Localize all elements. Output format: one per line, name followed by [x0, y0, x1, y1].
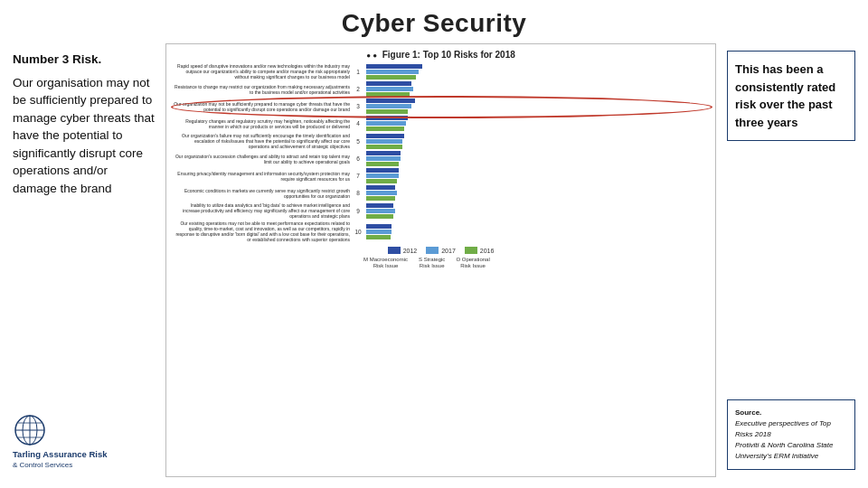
bars-container — [366, 151, 708, 166]
company-logo: Tarling Assurance Risk & Control Service… — [13, 413, 155, 470]
risk-label: Number 3 Risk. — [13, 51, 155, 69]
row-number: 3 — [353, 103, 363, 109]
bar-group — [366, 209, 708, 213]
source-box: Source. Executive perspectives of Top Ri… — [727, 399, 855, 470]
bar-group — [366, 168, 708, 173]
bar-2012 — [366, 203, 393, 208]
bar-group — [366, 224, 708, 229]
callout-box: This has been a consistently rated risk … — [727, 51, 855, 141]
row-number: 6 — [353, 155, 363, 162]
row-number: 5 — [353, 138, 363, 145]
bar-2017 — [366, 230, 392, 234]
bar-group — [366, 203, 708, 208]
legend-swatch — [388, 247, 401, 254]
chart-title: ● ● Figure 1: Top 10 Risks for 2018 — [174, 50, 708, 60]
bar-group — [366, 99, 708, 103]
row-number: 1 — [353, 69, 363, 75]
bar-group — [366, 70, 708, 74]
chart-row: Our organization may not be sufficiently… — [174, 99, 708, 114]
bar-2012 — [366, 64, 422, 69]
bar-2016 — [366, 196, 395, 201]
row-number: 2 — [353, 86, 363, 92]
globe-icon — [13, 413, 47, 447]
chart-row: Ensuring privacy/identity management and… — [174, 168, 708, 183]
chart-row: Regulatory changes and regulatory scruti… — [174, 116, 708, 131]
bar-2016 — [366, 235, 391, 239]
legend-item: 2017 — [426, 247, 456, 254]
bar-group — [366, 185, 708, 190]
legend-item: 2012 — [388, 247, 418, 254]
bar-2012 — [366, 116, 408, 120]
row-number: 9 — [353, 208, 363, 214]
bar-group — [366, 109, 708, 114]
row-number: 8 — [353, 190, 363, 196]
bar-2016 — [366, 145, 402, 149]
bar-group — [366, 75, 708, 80]
bar-2016 — [366, 109, 408, 114]
bar-group — [366, 230, 708, 234]
row-number: 4 — [353, 120, 363, 127]
bars-container — [366, 203, 708, 219]
cat-operational: O OperationalRisk Issue — [456, 257, 489, 269]
bar-2016 — [366, 75, 416, 80]
bar-2017 — [366, 139, 402, 144]
legend-swatch — [465, 247, 477, 254]
bar-2017 — [366, 174, 399, 178]
right-panel: This has been a consistently rated risk … — [723, 43, 859, 477]
bars-container — [366, 224, 708, 239]
bars-container — [366, 99, 708, 114]
bar-group — [366, 116, 708, 120]
bar-2017 — [366, 87, 413, 91]
source-title: Source. — [735, 408, 761, 417]
bar-group — [366, 127, 708, 131]
bar-2016 — [366, 179, 397, 183]
bar-group — [366, 214, 708, 219]
bar-2017 — [366, 209, 395, 213]
chart-row: Economic conditions in markets we curren… — [174, 185, 708, 201]
chart-rows: Rapid speed of disruptive innovations an… — [174, 63, 708, 242]
main-layout: Number 3 Risk. Our organisation may not … — [0, 43, 868, 477]
chart-row: Our existing operations may not be able … — [174, 221, 708, 242]
page-title-area: Cyber Security — [0, 0, 868, 43]
legend-swatch — [426, 247, 439, 254]
bar-group — [366, 121, 708, 126]
row-label: Our organization may not be sufficiently… — [174, 101, 350, 112]
bar-2017 — [366, 191, 397, 195]
bullet1: ● ● — [366, 52, 377, 60]
page-title: Cyber Security — [0, 9, 868, 38]
bar-2012 — [366, 185, 395, 190]
bars-container — [366, 168, 708, 183]
row-label: Inability to utilize data analytics and … — [174, 202, 350, 219]
row-label: Our organization's succession challenges… — [174, 154, 350, 164]
bar-group — [366, 196, 708, 201]
legend-item: 2016 — [465, 247, 495, 254]
row-number: 7 — [353, 173, 363, 179]
bar-2012 — [366, 134, 404, 138]
bar-2016 — [366, 92, 410, 97]
bar-group — [366, 151, 708, 155]
bar-group — [366, 191, 708, 195]
bar-group — [366, 156, 708, 161]
logo-sub: & Control Services — [13, 461, 72, 470]
chart-row: Inability to utilize data analytics and … — [174, 202, 708, 219]
bars-container — [366, 134, 708, 149]
left-panel: Number 3 Risk. Our organisation may not … — [9, 43, 158, 477]
legend-label: 2017 — [441, 248, 456, 254]
category-labels: M MacroeconomicRisk Issue S StrategicRis… — [174, 257, 708, 269]
center-chart-panel: ● ● Figure 1: Top 10 Risks for 2018 Rapi… — [165, 43, 716, 477]
chart-row: Resistance to change may restrict our or… — [174, 81, 708, 97]
bar-2016 — [366, 162, 399, 166]
bar-group — [366, 134, 708, 138]
bar-group — [366, 64, 708, 69]
bar-group — [366, 87, 708, 91]
chart-row: Rapid speed of disruptive innovations an… — [174, 63, 708, 80]
bar-group — [366, 92, 708, 97]
risk-text: Number 3 Risk. Our organisation may not … — [13, 51, 155, 198]
cat-macro: M MacroeconomicRisk Issue — [363, 257, 408, 269]
row-label: Resistance to change may restrict our or… — [174, 84, 350, 95]
row-label: Economic conditions in markets we curren… — [174, 188, 350, 199]
risk-description: Our organisation may not be sufficiently… — [13, 74, 155, 198]
bar-group — [366, 174, 708, 178]
row-label: Regulatory changes and regulatory scruti… — [174, 118, 350, 129]
row-label: Our existing operations may not be able … — [174, 221, 350, 242]
